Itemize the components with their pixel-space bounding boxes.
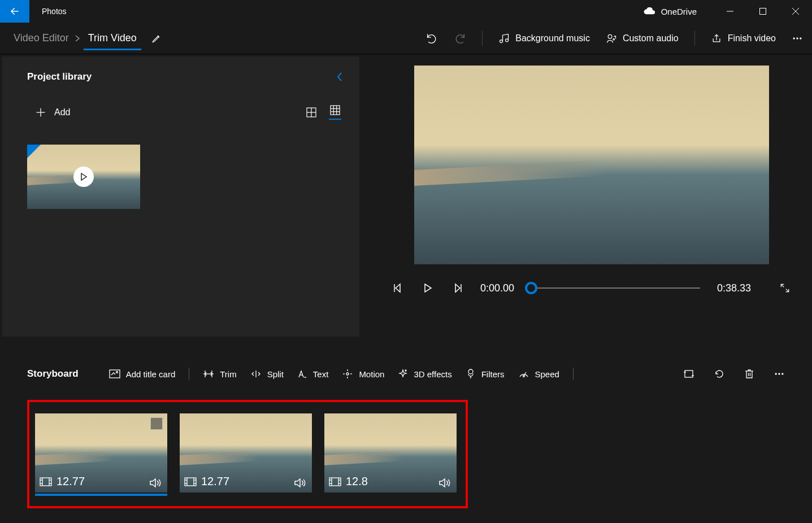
- chevron-right-icon: [75, 34, 80, 42]
- speaker-icon: [294, 478, 306, 488]
- svg-point-32: [116, 372, 118, 373]
- svg-marker-24: [396, 284, 400, 292]
- window-minimize-button[interactable]: [714, 0, 746, 23]
- motion-button[interactable]: Motion: [342, 368, 384, 380]
- clip-audio-icon: [294, 478, 306, 488]
- clip-audio-icon: [438, 478, 451, 488]
- project-library-panel: Project library Add: [2, 56, 359, 337]
- clip-audio-icon: [149, 478, 162, 488]
- view-small-button[interactable]: [329, 105, 341, 120]
- music-icon: [498, 33, 510, 44]
- undo-button[interactable]: [425, 32, 438, 45]
- clip-checkbox[interactable]: [150, 417, 163, 430]
- text-button[interactable]: Text: [297, 369, 329, 379]
- speed-button[interactable]: Speed: [518, 369, 559, 379]
- svg-rect-49: [685, 371, 693, 377]
- svg-point-11: [796, 37, 798, 39]
- current-time-label: 0:00.00: [480, 282, 514, 294]
- window-close-button[interactable]: [779, 0, 812, 23]
- film-icon: [184, 477, 197, 486]
- svg-point-7: [608, 34, 612, 38]
- custom-audio-button[interactable]: Custom audio: [606, 33, 679, 44]
- svg-point-48: [523, 376, 524, 377]
- back-button[interactable]: [0, 0, 29, 23]
- svg-point-8: [613, 38, 615, 40]
- storyboard-toolbar: Storyboard Add title card Trim Split Tex…: [27, 363, 785, 385]
- total-time-label: 0:38.33: [717, 282, 751, 294]
- chevron-left-icon: [336, 72, 344, 82]
- svg-rect-73: [329, 478, 341, 486]
- storyboard-clip[interactable]: 12.77: [35, 413, 167, 493]
- trash-icon: [744, 368, 754, 380]
- seek-thumb[interactable]: [525, 282, 537, 294]
- redo-icon: [454, 32, 466, 45]
- breadcrumb-separator: [73, 34, 84, 42]
- add-media-label: Add: [54, 107, 70, 117]
- clip-duration-label: 12.8: [346, 475, 368, 488]
- redo-button[interactable]: [454, 32, 466, 45]
- svg-rect-65: [185, 478, 196, 486]
- resize-canvas-button[interactable]: [683, 369, 694, 378]
- add-title-card-button[interactable]: Add title card: [109, 369, 176, 379]
- storyboard-clip[interactable]: 12.77: [180, 413, 312, 493]
- view-large-button[interactable]: [306, 107, 316, 117]
- split-button[interactable]: Split: [250, 369, 284, 379]
- storyboard-more-button[interactable]: [774, 368, 785, 380]
- svg-rect-57: [40, 478, 51, 486]
- fullscreen-button[interactable]: [779, 282, 791, 294]
- add-media-button[interactable]: Add: [27, 107, 70, 118]
- step-back-button[interactable]: [392, 283, 402, 293]
- rotate-button[interactable]: [714, 368, 725, 380]
- film-icon: [40, 477, 52, 486]
- trim-icon: [203, 369, 214, 378]
- window-maximize-button[interactable]: [746, 0, 779, 23]
- panel-collapse-button[interactable]: [336, 72, 344, 82]
- clip-duration-label: 12.77: [57, 475, 85, 488]
- 3d-effects-button[interactable]: 3D effects: [398, 369, 451, 379]
- storyboard-title: Storyboard: [27, 368, 79, 380]
- background-music-button[interactable]: Background music: [498, 33, 590, 44]
- play-icon: [423, 283, 433, 293]
- selection-corner-icon: [27, 145, 41, 158]
- cloud-icon: [643, 7, 655, 15]
- speed-icon: [518, 369, 529, 379]
- svg-point-12: [800, 37, 801, 39]
- svg-point-54: [775, 373, 777, 374]
- breadcrumb-video-editor[interactable]: Video Editor: [9, 32, 73, 44]
- export-icon: [711, 33, 722, 44]
- seek-slider[interactable]: [531, 281, 700, 295]
- delete-clip-button[interactable]: [744, 368, 754, 380]
- app-title: Photos: [29, 7, 643, 16]
- svg-rect-18: [331, 106, 340, 115]
- pencil-icon: [151, 33, 162, 43]
- storyboard-clip[interactable]: 12.8: [324, 413, 457, 493]
- split-icon: [250, 369, 262, 378]
- arrow-left-icon: [10, 6, 20, 16]
- step-forward-button[interactable]: [453, 283, 463, 293]
- more-button[interactable]: [792, 33, 803, 44]
- video-preview[interactable]: [414, 66, 769, 264]
- step-forward-icon: [453, 283, 463, 293]
- svg-marker-80: [440, 479, 445, 487]
- svg-point-44: [405, 370, 406, 371]
- custom-audio-label: Custom audio: [623, 33, 679, 43]
- rename-button[interactable]: [151, 33, 162, 43]
- onedrive-label: OneDrive: [661, 7, 697, 16]
- svg-point-55: [778, 373, 780, 374]
- svg-marker-27: [455, 284, 460, 292]
- active-tab[interactable]: Trim Video: [84, 32, 141, 50]
- filters-button[interactable]: Filters: [466, 369, 505, 379]
- motion-icon: [342, 368, 353, 380]
- svg-marker-26: [425, 284, 431, 292]
- trim-button[interactable]: Trim: [203, 369, 236, 379]
- svg-point-56: [781, 373, 783, 374]
- minimize-icon: [727, 8, 733, 15]
- play-button[interactable]: [423, 283, 433, 293]
- preview-area: 0:00.00 0:38.33: [359, 54, 812, 337]
- onedrive-button[interactable]: OneDrive: [643, 7, 697, 16]
- grid-small-icon: [330, 105, 340, 115]
- library-clip-thumbnail[interactable]: [27, 145, 140, 209]
- step-back-icon: [392, 283, 402, 293]
- svg-marker-72: [295, 479, 300, 487]
- finish-video-button[interactable]: Finish video: [711, 33, 776, 44]
